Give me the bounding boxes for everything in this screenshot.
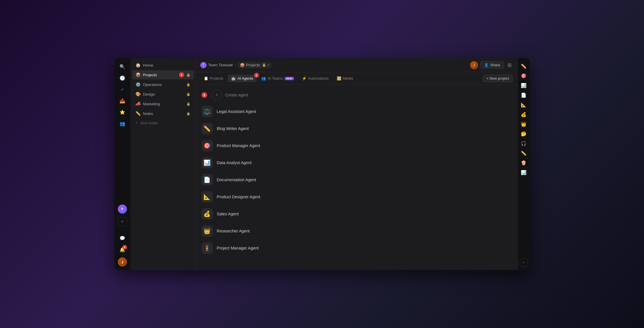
main-content: T Team Taskade › 📦 Projects 🔒 ▾ J 👤 Shar… [196, 58, 517, 270]
right-panel-icon-doc[interactable]: 📄 [519, 90, 528, 100]
agent-row-data-analyst[interactable]: 📊 Data Analyst Agent [196, 154, 517, 171]
new-project-button[interactable]: + New project [483, 75, 513, 82]
agent-row-documentation[interactable]: 📄 Documentation Agent [196, 171, 517, 188]
researcher-agent-icon: 👑 [201, 225, 213, 237]
tab-ai-agents-label: AI Agents [237, 76, 253, 81]
projects-breadcrumb-icon: 📦 [240, 63, 245, 67]
tab-media[interactable]: 🖼️ Media [333, 75, 356, 82]
create-agent-label: Create agent [225, 93, 248, 97]
agent-row-researcher[interactable]: 👑 Researcher Agent [196, 222, 517, 240]
data-analyst-agent-name: Data Analyst Agent [217, 160, 252, 165]
add-panel-item-button[interactable]: + [520, 259, 528, 267]
blog-agent-icon: ✏️ [201, 123, 213, 134]
sidebar-item-projects[interactable]: 📦 Projects 1 🔒 [132, 70, 194, 79]
right-panel-icon-headphones[interactable]: 🎧 [519, 139, 528, 148]
right-panel: ✏️ 🎯 📊 📄 📐 💰 👑 🤔 🎧 ✏️ 🍿 📊 + [517, 58, 530, 270]
tab-ai-teams-icon: 👥 [261, 76, 266, 81]
star-icon[interactable]: ⭐ [117, 107, 127, 117]
right-panel-icon-think[interactable]: 🤔 [519, 129, 528, 138]
product-designer-agent-name: Product Designer Agent [217, 195, 260, 199]
product-designer-agent-icon: 📐 [201, 191, 213, 203]
add-workspace-button[interactable]: + [118, 217, 127, 226]
notifications-icon[interactable]: 🔔 3 [117, 244, 127, 255]
right-panel-icon-crown[interactable]: 👑 [519, 119, 528, 129]
right-panel-icon-chart[interactable]: 📊 [519, 81, 528, 90]
right-panel-icon-money[interactable]: 💰 [519, 110, 528, 119]
sidebar-item-operations[interactable]: ⚙️ Operations 🔒 [132, 80, 194, 89]
user-avatar-rail[interactable]: J [118, 257, 127, 267]
share-icon: 👤 [484, 63, 489, 67]
agent-row-product-designer[interactable]: 📐 Product Designer Agent [196, 188, 517, 205]
agent-row-project-manager[interactable]: 🚦 Project Manager Agent [196, 240, 517, 257]
data-analyst-agent-icon: 📊 [201, 157, 213, 168]
agent-list: 3 + Create agent ⚖️ Legal Assistant Agen… [196, 85, 517, 270]
notes-lock-icon: 🔒 [186, 112, 190, 115]
tab-projects-icon: 📋 [204, 76, 208, 81]
workspace-avatar[interactable]: T [118, 205, 127, 214]
right-panel-icon-chart2[interactable]: 📊 [519, 168, 528, 177]
team-icon[interactable]: 👥 [117, 118, 127, 129]
new-folder-button[interactable]: + New folder [132, 119, 194, 127]
projects-lock-icon: 🔒 [186, 73, 190, 77]
agent-row-legal[interactable]: ⚖️ Legal Assistant Agent [196, 103, 517, 120]
tab-media-label: Media [343, 76, 353, 81]
clock-icon[interactable]: 🕐 [117, 73, 127, 83]
check-icon[interactable]: ✓ [117, 84, 127, 94]
new-folder-label: New folder [140, 121, 158, 125]
workspace-avatar-letter: T [121, 207, 124, 211]
app-window: 🔍 🕐 ✓ 📥 ⭐ 👥 T + 💬 🔔 3 J 🏠 Home 📦 Project… [114, 58, 530, 270]
inbox-icon[interactable]: 📥 [117, 96, 127, 106]
sidebar-item-marketing[interactable]: 📣 Marketing 🔒 [132, 99, 194, 108]
user-avatar-header[interactable]: J [470, 61, 478, 69]
right-panel-icon-pencil[interactable]: ✏️ [519, 61, 528, 71]
agent-row-product-manager[interactable]: 🎯 Product Manager Agent [196, 137, 517, 154]
search-icon[interactable]: 🔍 [117, 61, 127, 72]
operations-lock-icon: 🔒 [186, 83, 190, 86]
tab-ai-agents-icon: 🤖 [231, 76, 236, 81]
chat-icon[interactable]: 💬 [117, 233, 127, 243]
grid-view-icon[interactable]: ⊞ [506, 61, 513, 69]
sales-agent-icon: 💰 [201, 208, 213, 220]
design-lock-icon: 🔒 [186, 92, 190, 96]
projects-lock-breadcrumb: 🔒 [262, 63, 266, 67]
agent-row-blog[interactable]: ✏️ Blog Writer Agent [196, 120, 517, 137]
agent-row-sales[interactable]: 💰 Sales Agent [196, 205, 517, 222]
legal-agent-icon: ⚖️ [201, 106, 213, 117]
tab-automations-label: Automations [308, 76, 329, 81]
team-avatar[interactable]: T [200, 62, 207, 68]
tab-projects[interactable]: 📋 Projects [200, 75, 227, 82]
marketing-lock-icon: 🔒 [186, 102, 190, 106]
right-panel-icon-popcorn[interactable]: 🍿 [519, 158, 528, 167]
tab-automations[interactable]: ⚡ Automations [299, 75, 332, 82]
projects-icon: 📦 [135, 72, 141, 77]
sidebar-label-marketing: Marketing [143, 102, 184, 106]
projects-breadcrumb-item[interactable]: 📦 Projects 🔒 ▾ [238, 62, 271, 68]
tab-ai-agents[interactable]: 🤖 AI Agents 2 [228, 75, 257, 82]
right-panel-icon-pencil2[interactable]: ✏️ [519, 148, 528, 158]
sidebar-label-design: Design [143, 92, 184, 96]
researcher-agent-name: Researcher Agent [217, 229, 250, 233]
share-label: Share [490, 63, 500, 67]
sidebar-item-home[interactable]: 🏠 Home [132, 61, 194, 70]
ai-teams-new-badge: NEW [285, 77, 294, 80]
breadcrumb: T Team Taskade › 📦 Projects 🔒 ▾ [200, 62, 271, 68]
documentation-agent-name: Documentation Agent [217, 178, 256, 182]
design-icon: 🎨 [135, 92, 141, 97]
sidebar-item-design[interactable]: 🎨 Design 🔒 [132, 90, 194, 99]
breadcrumb-separator: › [234, 63, 236, 67]
project-manager-agent-name: Project Manager Agent [217, 246, 259, 250]
tab-ai-teams[interactable]: 👥 AI Teams NEW [258, 75, 297, 82]
sidebar: 🏠 Home 📦 Projects 1 🔒 ⚙️ Operations 🔒 🎨 … [130, 58, 196, 270]
right-panel-icon-ruler[interactable]: 📐 [519, 100, 528, 109]
right-panel-icon-target[interactable]: 🎯 [519, 71, 528, 80]
create-agent-row[interactable]: 3 + Create agent [196, 87, 517, 103]
sidebar-item-notes[interactable]: ✏️ Notes 🔒 [132, 109, 194, 118]
home-icon: 🏠 [135, 63, 141, 68]
share-button[interactable]: 👤 Share [480, 61, 504, 69]
new-project-label: + New project [486, 76, 509, 81]
tab-ai-teams-label: AI Teams [268, 76, 283, 81]
marketing-icon: 📣 [135, 101, 141, 106]
product-manager-agent-name: Product Manager Agent [217, 143, 260, 148]
create-agent-plus-icon: + [212, 90, 222, 100]
icon-rail: 🔍 🕐 ✓ 📥 ⭐ 👥 T + 💬 🔔 3 J [114, 58, 130, 270]
